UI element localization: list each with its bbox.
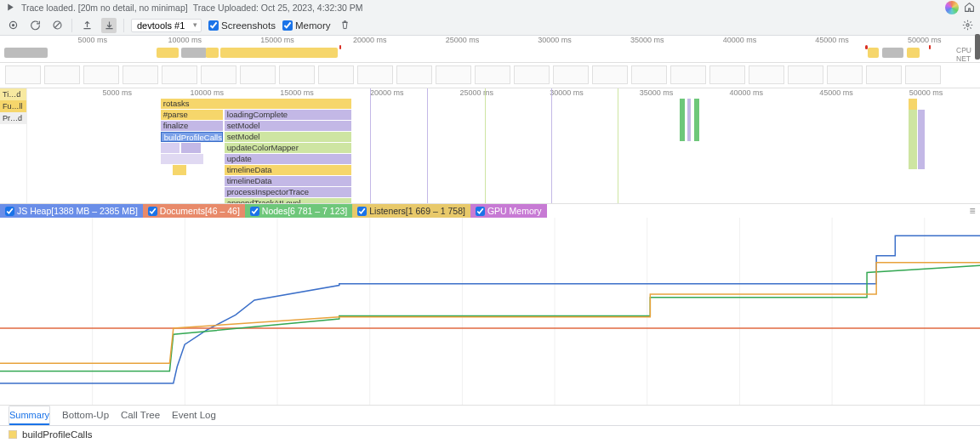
flame-chart[interactable]: 5000 ms10000 ms15000 ms20000 ms25000 ms3… xyxy=(27,88,980,203)
screenshot-frame[interactable] xyxy=(749,65,784,84)
flame-processInspectorTrace[interactable]: processInspectorTrace xyxy=(225,187,351,197)
screenshot-frame[interactable] xyxy=(122,65,158,84)
screenshot-frame[interactable] xyxy=(514,65,550,84)
avatar-icon[interactable] xyxy=(945,1,959,14)
status-uploaded: Trace Uploaded: Oct 25, 2023, 4:32:30 PM xyxy=(193,3,363,13)
track-pr[interactable]: Pr…d xyxy=(0,112,26,124)
upload-button[interactable] xyxy=(79,18,94,33)
screenshot-frame[interactable] xyxy=(44,65,80,84)
screenshot-frame[interactable] xyxy=(83,65,119,84)
settings-icon[interactable] xyxy=(960,18,975,33)
gc-button[interactable] xyxy=(337,18,352,33)
flame-setModel2[interactable]: setModel xyxy=(225,132,351,142)
screenshot-frame[interactable] xyxy=(631,65,667,84)
screenshot-frame[interactable] xyxy=(357,65,393,84)
screenshot-frame[interactable] xyxy=(201,65,236,84)
screenshot-frame[interactable] xyxy=(475,65,510,84)
overview-ruler[interactable]: 5000 ms10000 ms15000 ms20000 ms25000 ms3… xyxy=(0,36,980,63)
scrollbar[interactable] xyxy=(975,34,980,60)
download-button[interactable] xyxy=(101,18,117,33)
detail-row: buildProfileCalls xyxy=(0,426,980,443)
screenshot-frame[interactable] xyxy=(788,65,823,84)
screenshot-frame[interactable] xyxy=(592,65,628,84)
flame-updateColorMapper[interactable]: updateColorMapper xyxy=(225,143,351,153)
flame-rotasks[interactable]: rotasks xyxy=(161,99,351,109)
play-icon[interactable] xyxy=(5,2,16,14)
screenshot-frame[interactable] xyxy=(866,65,902,84)
status-loaded: Trace loaded. [20m no detail, no minimap… xyxy=(21,3,188,13)
flame-loadingComplete[interactable]: loadingComplete xyxy=(225,110,351,120)
screenshot-frame[interactable] xyxy=(162,65,197,84)
legend-nodes[interactable]: Nodes[6 781 – 7 123] xyxy=(245,204,352,218)
tab-bottom-up[interactable]: Bottom-Up xyxy=(62,406,109,425)
memory-chart[interactable] xyxy=(0,218,980,406)
context-select[interactable]: devtools #1 xyxy=(131,19,202,32)
flame-buildProfileCalls[interactable]: buildProfileCalls xyxy=(161,132,223,142)
clear-button[interactable] xyxy=(49,18,65,33)
color-swatch xyxy=(9,430,17,439)
detail-name: buildProfileCalls xyxy=(22,429,92,440)
screenshot-frame[interactable] xyxy=(709,65,745,84)
tab-call-tree[interactable]: Call Tree xyxy=(121,406,160,425)
legend-documents[interactable]: Documents[46 – 46] xyxy=(143,204,245,218)
flame-appendTrackAtLevel[interactable]: appendTrackAtLevel xyxy=(225,198,351,203)
screenshot-frame[interactable] xyxy=(279,65,315,84)
memory-legend: JS Heap[1388 MB – 2385 MB] Documents[46 … xyxy=(0,204,980,218)
screenshot-frame[interactable] xyxy=(240,65,276,84)
screenshot-frame[interactable] xyxy=(5,65,41,84)
flame-finalize[interactable]: finalize xyxy=(161,121,223,131)
toolbar: devtools #1 Screenshots Memory xyxy=(0,15,980,36)
track-timings[interactable]: Ti…d xyxy=(0,88,26,100)
screenshot-frame[interactable] xyxy=(905,65,941,84)
flame-setModel[interactable]: setModel xyxy=(225,121,351,131)
svg-point-1 xyxy=(11,24,14,26)
screenshot-frame[interactable] xyxy=(827,65,863,84)
legend-gpu-memory[interactable]: GPU Memory xyxy=(470,204,547,218)
menu-icon[interactable]: ≡ xyxy=(965,205,980,217)
tab-event-log[interactable]: Event Log xyxy=(172,406,216,425)
reload-button[interactable] xyxy=(27,18,43,33)
legend-listeners[interactable]: Listeners[1 669 – 1 758] xyxy=(352,204,470,218)
tab-summary[interactable]: Summary xyxy=(9,406,50,425)
flame-timelineData[interactable]: timelineData xyxy=(225,165,351,175)
screenshot-filmstrip[interactable] xyxy=(0,63,980,88)
legend-js-heap[interactable]: JS Heap[1388 MB – 2385 MB] xyxy=(0,204,143,218)
svg-point-3 xyxy=(966,24,968,26)
screenshot-frame[interactable] xyxy=(436,65,471,84)
screenshots-checkbox[interactable]: Screenshots xyxy=(208,20,276,31)
screenshot-frame[interactable] xyxy=(396,65,432,84)
flame-track-labels: Ti…d Fu…ll Pr…d xyxy=(0,88,27,203)
flame-timelineData2[interactable]: timelineData xyxy=(225,176,351,186)
home-icon[interactable] xyxy=(964,2,975,14)
memory-checkbox[interactable]: Memory xyxy=(282,20,331,31)
screenshot-frame[interactable] xyxy=(553,65,589,84)
flame-parse[interactable]: #parse xyxy=(161,110,223,120)
flame-update[interactable]: update xyxy=(225,154,351,164)
track-full[interactable]: Fu…ll xyxy=(0,100,26,112)
status-bar: Trace loaded. [20m no detail, no minimap… xyxy=(0,0,980,15)
screenshot-frame[interactable] xyxy=(318,65,354,84)
record-button[interactable] xyxy=(5,18,20,33)
details-tabs: Summary Bottom-Up Call Tree Event Log xyxy=(0,406,980,426)
screenshot-frame[interactable] xyxy=(670,65,706,84)
